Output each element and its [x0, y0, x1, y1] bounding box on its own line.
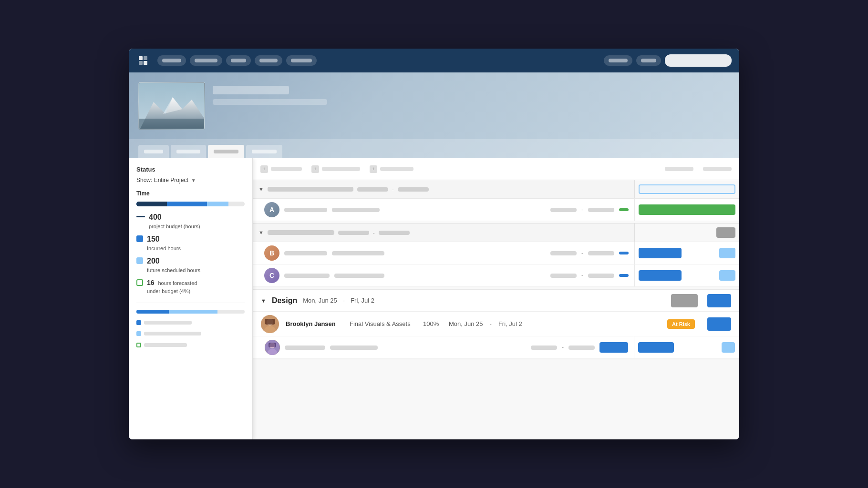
group2-chart-header: [634, 224, 739, 242]
row1-gantt-bar: [639, 204, 735, 215]
incurred-number: 150: [147, 235, 245, 244]
tab-workload[interactable]: [208, 145, 244, 158]
brooklyn-task: Final Visuals & Assets: [350, 320, 416, 327]
group1-outline-bar: [639, 184, 735, 194]
project-tabs: [129, 139, 739, 158]
app-logo[interactable]: [136, 54, 150, 67]
row1-date1: [550, 208, 577, 212]
group2-row2-chart: [634, 264, 739, 286]
add-milestone-btn[interactable]: +: [370, 165, 413, 173]
nav-item-projects[interactable]: [190, 55, 222, 66]
design-group-title: Design: [272, 296, 297, 305]
budget-number: 400: [149, 213, 245, 222]
project-subtitle-bar: [213, 99, 327, 105]
group1-collapse-icon[interactable]: ▼: [258, 186, 264, 192]
nav-items: [157, 55, 596, 66]
tab-timeline-label: [176, 150, 200, 153]
future-desc: future scheduled hours: [147, 267, 200, 273]
sb-lightblue-text: [144, 330, 201, 337]
group2-date-end: [379, 231, 410, 235]
budget-bar: [136, 202, 167, 206]
budget-dash-icon: [136, 216, 145, 217]
design-group-bar: [671, 294, 698, 307]
row2-gantt-bar-light: [719, 248, 735, 258]
nav-item-reports[interactable]: [255, 55, 282, 66]
group1-left: ▼ -: [253, 180, 634, 198]
brooklyn-status-badge: At Risk: [667, 319, 695, 329]
tab-overview[interactable]: [138, 145, 169, 158]
nav-reports-label: [259, 59, 278, 62]
dr2-date1: [531, 346, 557, 350]
sb-lightblue-icon: [136, 331, 141, 336]
sb-green-text: [144, 342, 187, 349]
svg-rect-15: [269, 343, 276, 347]
row2-date2: [588, 251, 614, 255]
sb-label-bar3: [144, 343, 187, 347]
gantt-area: + + + ▼: [253, 158, 739, 439]
future-number: 200: [147, 257, 245, 265]
add-section-btn[interactable]: +: [260, 165, 302, 173]
svg-rect-3: [144, 61, 147, 65]
design-row2-chart: [634, 336, 739, 358]
person4-name-bar: [285, 346, 325, 350]
tab-dashboard-label: [252, 150, 277, 153]
person3-avatar-img: C: [264, 268, 279, 283]
time-heading: Time: [136, 190, 245, 197]
chevron-down-icon[interactable]: ▼: [191, 178, 196, 183]
forecast-legend-item: 16 hours forecasted under budget (4%): [136, 279, 245, 295]
group2-row1: B -: [253, 242, 739, 264]
group2-collapse-icon[interactable]: ▼: [258, 230, 264, 235]
show-row: Show: Entire Project ▼: [136, 177, 245, 183]
group1-header: ▼ -: [253, 180, 739, 199]
tab-dashboard[interactable]: [246, 145, 282, 158]
brooklyn-end: Fri, Jul 2: [498, 320, 522, 327]
help-button[interactable]: [636, 55, 661, 66]
account-button[interactable]: [604, 55, 632, 66]
nav-item-settings[interactable]: [286, 55, 317, 66]
row3-gantt-bar: [639, 270, 682, 281]
incurred-legend-item: 150 Incurred hours: [136, 235, 245, 252]
brooklyn-dash: -: [490, 320, 492, 327]
time-progress-bar: [136, 202, 245, 206]
group1-dash: -: [392, 186, 394, 192]
group2-dash: -: [373, 230, 375, 235]
sb-lightblue-item: [136, 330, 245, 337]
row3-date2: [588, 274, 614, 278]
person1-avatar: A: [264, 202, 279, 217]
group1-row1-chart: [634, 199, 739, 221]
sb-blue-icon: [136, 320, 141, 325]
search-input[interactable]: [665, 54, 732, 67]
forecast-num: 16: [147, 279, 155, 286]
design-row2: -: [253, 336, 739, 359]
dr2-date2: [568, 346, 595, 350]
group1-name-bar: [268, 187, 353, 192]
tab-timeline[interactable]: [171, 145, 206, 158]
incurred-text: 150 Incurred hours: [147, 235, 245, 252]
nav-item-home[interactable]: [157, 55, 186, 66]
add-task-btn[interactable]: +: [311, 165, 360, 173]
add-section-icon: +: [260, 165, 268, 173]
row2-status-badge: [619, 252, 629, 254]
add-milestone-icon: +: [370, 165, 377, 173]
group2-header: ▼ -: [253, 223, 739, 242]
person4-avatar-img: [265, 340, 280, 355]
show-text: Show: Entire Project: [136, 177, 188, 183]
top-nav: [129, 49, 739, 72]
group1-chart-header: [634, 180, 739, 198]
future-legend-item: 200 future scheduled hours: [136, 257, 245, 274]
incurred-dot-icon: [136, 235, 143, 242]
row2-date1: [550, 251, 577, 255]
forecast-icon: [136, 279, 143, 286]
hero-image-inner: [139, 83, 204, 129]
incurred-desc: Incurred hours: [147, 245, 181, 251]
design-row-brooklyn: Brooklyn Jansen Final Visuals & Assets 1…: [253, 312, 739, 336]
brooklyn-start: Mon, Jun 25: [449, 320, 483, 327]
group2-left: ▼ -: [253, 224, 634, 242]
row2-dash: -: [581, 250, 583, 256]
hero-project-image: [138, 82, 205, 130]
add-section-label: [271, 167, 302, 171]
brooklyn-name: Brooklyn Jansen: [286, 320, 343, 327]
person3-avatar: C: [264, 268, 279, 283]
nav-item-tasks[interactable]: [226, 55, 251, 66]
design-collapse-icon[interactable]: ▼: [261, 298, 266, 304]
